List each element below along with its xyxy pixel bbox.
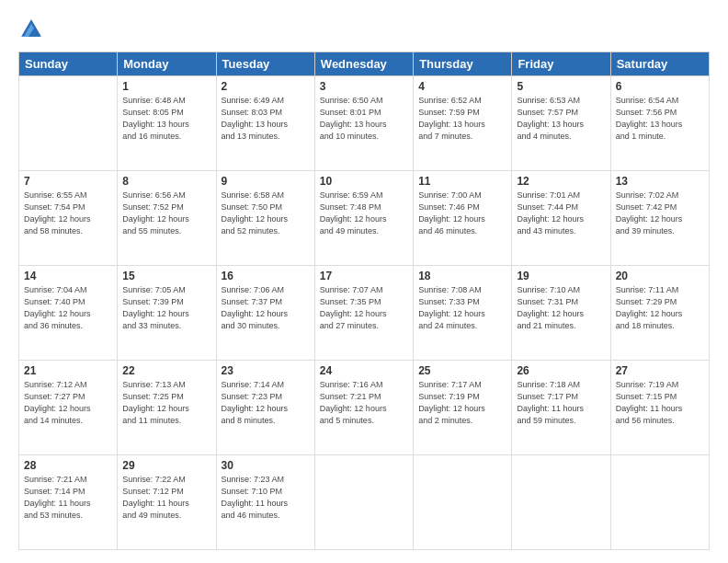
calendar-cell [414,455,512,550]
calendar-cell: 2Sunrise: 6:49 AM Sunset: 8:03 PM Daylig… [216,76,314,171]
day-number: 30 [222,459,310,472]
logo-icon [18,17,44,42]
calendar-cell: 25Sunrise: 7:17 AM Sunset: 7:19 PM Dayli… [414,361,512,455]
calendar-cell: 23Sunrise: 7:14 AM Sunset: 7:23 PM Dayli… [216,361,314,455]
day-info: Sunrise: 7:02 AM Sunset: 7:42 PM Dayligh… [616,190,704,237]
day-info: Sunrise: 7:12 AM Sunset: 7:27 PM Dayligh… [24,379,112,427]
day-info: Sunrise: 7:22 AM Sunset: 7:12 PM Dayligh… [122,474,210,522]
calendar-cell: 18Sunrise: 7:08 AM Sunset: 7:33 PM Dayli… [414,266,512,361]
day-number: 11 [418,175,506,188]
calendar-cell [314,455,413,550]
calendar-cell: 22Sunrise: 7:13 AM Sunset: 7:25 PM Dayli… [118,361,216,455]
day-number: 1 [122,80,210,93]
day-number: 17 [320,270,408,282]
day-number: 8 [122,175,210,188]
day-info: Sunrise: 7:06 AM Sunset: 7:37 PM Dayligh… [222,284,310,332]
week-row-4: 21Sunrise: 7:12 AM Sunset: 7:27 PM Dayli… [19,361,710,455]
calendar-cell [610,455,709,550]
day-number: 4 [418,80,506,93]
day-info: Sunrise: 7:11 AM Sunset: 7:29 PM Dayligh… [616,284,704,332]
calendar-cell: 29Sunrise: 7:22 AM Sunset: 7:12 PM Dayli… [118,455,216,550]
day-info: Sunrise: 7:19 AM Sunset: 7:15 PM Dayligh… [616,379,704,427]
day-info: Sunrise: 7:13 AM Sunset: 7:25 PM Dayligh… [122,379,210,427]
day-info: Sunrise: 6:55 AM Sunset: 7:54 PM Dayligh… [24,190,112,237]
day-number: 25 [418,364,506,377]
day-number: 26 [517,364,605,377]
calendar-cell: 15Sunrise: 7:05 AM Sunset: 7:39 PM Dayli… [118,266,216,361]
day-info: Sunrise: 7:00 AM Sunset: 7:46 PM Dayligh… [418,190,506,237]
day-number: 6 [616,80,704,93]
calendar-cell: 4Sunrise: 6:52 AM Sunset: 7:59 PM Daylig… [414,76,512,171]
day-info: Sunrise: 7:14 AM Sunset: 7:23 PM Dayligh… [222,379,310,427]
weekday-header-monday: Monday [118,52,216,76]
calendar-cell: 8Sunrise: 6:56 AM Sunset: 7:52 PM Daylig… [118,171,216,266]
calendar-cell: 28Sunrise: 7:21 AM Sunset: 7:14 PM Dayli… [19,455,118,550]
day-info: Sunrise: 7:17 AM Sunset: 7:19 PM Dayligh… [418,379,506,427]
day-info: Sunrise: 7:04 AM Sunset: 7:40 PM Dayligh… [24,284,112,332]
day-number: 3 [320,80,408,93]
day-number: 19 [517,270,605,282]
day-info: Sunrise: 7:07 AM Sunset: 7:35 PM Dayligh… [320,284,408,332]
day-info: Sunrise: 7:08 AM Sunset: 7:33 PM Dayligh… [418,284,506,332]
calendar-cell: 6Sunrise: 6:54 AM Sunset: 7:56 PM Daylig… [610,76,709,171]
calendar-cell [512,455,610,550]
calendar-cell: 11Sunrise: 7:00 AM Sunset: 7:46 PM Dayli… [414,171,512,266]
day-info: Sunrise: 6:53 AM Sunset: 7:57 PM Dayligh… [517,95,605,143]
day-number: 24 [320,364,408,377]
day-number: 27 [616,364,704,377]
calendar-cell: 13Sunrise: 7:02 AM Sunset: 7:42 PM Dayli… [610,171,709,266]
weekday-header-tuesday: Tuesday [216,52,314,76]
day-number: 21 [24,364,112,377]
day-info: Sunrise: 6:49 AM Sunset: 8:03 PM Dayligh… [222,95,310,143]
day-number: 20 [616,270,704,282]
day-number: 14 [24,270,112,282]
calendar-cell: 3Sunrise: 6:50 AM Sunset: 8:01 PM Daylig… [314,76,413,171]
calendar-cell: 16Sunrise: 7:06 AM Sunset: 7:37 PM Dayli… [216,266,314,361]
calendar-cell: 5Sunrise: 6:53 AM Sunset: 7:57 PM Daylig… [512,76,610,171]
day-info: Sunrise: 6:56 AM Sunset: 7:52 PM Dayligh… [122,190,210,237]
calendar-cell [19,76,118,171]
calendar-cell: 10Sunrise: 6:59 AM Sunset: 7:48 PM Dayli… [314,171,413,266]
day-info: Sunrise: 6:59 AM Sunset: 7:48 PM Dayligh… [320,190,408,237]
day-info: Sunrise: 6:50 AM Sunset: 8:01 PM Dayligh… [320,95,408,143]
day-info: Sunrise: 7:10 AM Sunset: 7:31 PM Dayligh… [517,284,605,332]
calendar-cell: 26Sunrise: 7:18 AM Sunset: 7:17 PM Dayli… [512,361,610,455]
calendar-cell: 24Sunrise: 7:16 AM Sunset: 7:21 PM Dayli… [314,361,413,455]
day-number: 16 [222,270,310,282]
day-number: 29 [122,459,210,472]
day-info: Sunrise: 6:52 AM Sunset: 7:59 PM Dayligh… [418,95,506,143]
day-number: 28 [24,459,112,472]
day-info: Sunrise: 7:23 AM Sunset: 7:10 PM Dayligh… [222,474,310,522]
day-number: 15 [122,270,210,282]
day-info: Sunrise: 7:16 AM Sunset: 7:21 PM Dayligh… [320,379,408,427]
calendar-cell: 9Sunrise: 6:58 AM Sunset: 7:50 PM Daylig… [216,171,314,266]
weekday-header-saturday: Saturday [610,52,709,76]
day-number: 23 [222,364,310,377]
day-info: Sunrise: 6:54 AM Sunset: 7:56 PM Dayligh… [616,95,704,143]
day-number: 10 [320,175,408,188]
day-number: 18 [418,270,506,282]
weekday-header-sunday: Sunday [19,52,118,76]
calendar-cell: 20Sunrise: 7:11 AM Sunset: 7:29 PM Dayli… [610,266,709,361]
day-info: Sunrise: 7:21 AM Sunset: 7:14 PM Dayligh… [24,474,112,522]
week-row-5: 28Sunrise: 7:21 AM Sunset: 7:14 PM Dayli… [19,455,710,550]
day-number: 5 [517,80,605,93]
day-number: 22 [122,364,210,377]
day-info: Sunrise: 7:01 AM Sunset: 7:44 PM Dayligh… [517,190,605,237]
calendar-cell: 1Sunrise: 6:48 AM Sunset: 8:05 PM Daylig… [118,76,216,171]
day-number: 2 [222,80,310,93]
day-info: Sunrise: 7:18 AM Sunset: 7:17 PM Dayligh… [517,379,605,427]
week-row-2: 7Sunrise: 6:55 AM Sunset: 7:54 PM Daylig… [19,171,710,266]
weekday-header-thursday: Thursday [414,52,512,76]
day-number: 12 [517,175,605,188]
week-row-3: 14Sunrise: 7:04 AM Sunset: 7:40 PM Dayli… [19,266,710,361]
calendar-cell: 30Sunrise: 7:23 AM Sunset: 7:10 PM Dayli… [216,455,314,550]
calendar-table: SundayMondayTuesdayWednesdayThursdayFrid… [18,52,710,550]
day-number: 13 [616,175,704,188]
week-row-1: 1Sunrise: 6:48 AM Sunset: 8:05 PM Daylig… [19,76,710,171]
logo [18,17,48,42]
day-info: Sunrise: 7:05 AM Sunset: 7:39 PM Dayligh… [122,284,210,332]
calendar-cell: 19Sunrise: 7:10 AM Sunset: 7:31 PM Dayli… [512,266,610,361]
calendar-cell: 27Sunrise: 7:19 AM Sunset: 7:15 PM Dayli… [610,361,709,455]
weekday-header-friday: Friday [512,52,610,76]
